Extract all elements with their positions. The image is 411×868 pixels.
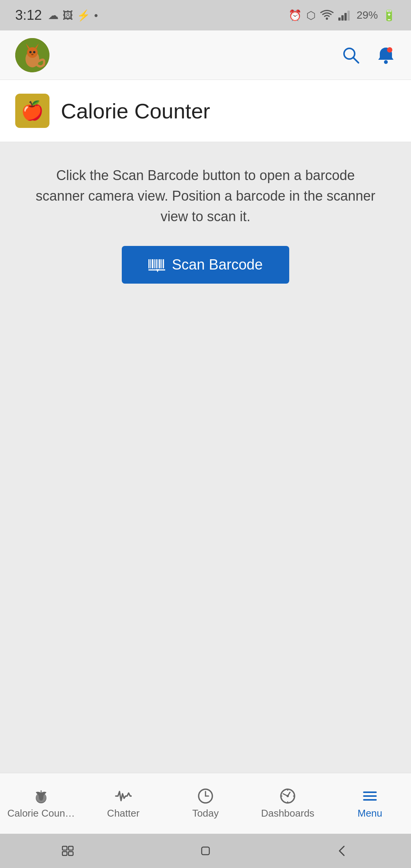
svg-rect-45	[68, 852, 73, 855]
system-nav	[0, 834, 411, 868]
nav-menu-icon	[362, 788, 378, 804]
barcode-icon	[148, 258, 165, 272]
svg-point-0	[326, 18, 328, 20]
svg-rect-17	[148, 259, 150, 268]
nav-item-calorie-counter[interactable]: Calorie Coun…	[0, 773, 82, 834]
svg-rect-3	[344, 13, 347, 21]
battery-icon: 🔋	[382, 9, 396, 22]
svg-rect-19	[152, 259, 153, 268]
signal-icon	[338, 10, 352, 21]
status-time: 3:12	[15, 7, 42, 23]
nav-item-today[interactable]: Today	[164, 773, 247, 834]
svg-point-7	[27, 47, 38, 58]
svg-rect-4	[347, 11, 350, 21]
search-button[interactable]	[341, 45, 361, 65]
svg-rect-46	[202, 847, 209, 855]
dot-icon: ●	[94, 11, 98, 19]
scan-barcode-label: Scan Barcode	[172, 257, 263, 273]
image-icon: 🖼	[62, 9, 73, 22]
wifi-icon	[320, 10, 334, 21]
description-text: Click the Scan Barcode button to open a …	[34, 165, 377, 227]
cloud-icon: ☁	[48, 9, 59, 22]
status-icons-right: ⏰ ⬡ 29% 🔋	[288, 9, 396, 22]
nav-item-dashboards[interactable]: Dashboards	[247, 773, 329, 834]
svg-point-34	[287, 795, 289, 797]
svg-rect-18	[150, 259, 151, 268]
back-button[interactable]	[320, 839, 365, 862]
nav-item-menu[interactable]: Menu	[329, 773, 411, 834]
nav-label-chatter: Chatter	[107, 807, 139, 819]
notifications-button[interactable]	[376, 45, 396, 65]
main-content: Click the Scan Barcode button to open a …	[0, 142, 411, 773]
nav-apple-icon	[33, 788, 49, 804]
status-icons-left: ☁ 🖼 ⚡ ●	[48, 9, 98, 22]
svg-rect-23	[159, 259, 161, 268]
nav-chatter-icon	[115, 788, 132, 804]
svg-rect-2	[341, 15, 344, 21]
app-icon: 🍎	[15, 94, 49, 128]
nav-label-calorie-counter: Calorie Coun…	[7, 807, 75, 819]
bluetooth-icon: ⬡	[306, 9, 315, 22]
svg-point-11	[33, 51, 35, 53]
svg-point-12	[31, 54, 33, 55]
svg-rect-22	[158, 259, 158, 268]
svg-rect-21	[156, 259, 157, 268]
status-bar: 3:12 ☁ 🖼 ⚡ ● ⏰ ⬡	[0, 0, 411, 30]
svg-rect-43	[62, 852, 67, 855]
svg-rect-25	[163, 259, 164, 268]
nav-dashboards-icon	[279, 788, 296, 804]
svg-point-15	[384, 60, 388, 64]
alarm-icon: ⏰	[288, 9, 302, 22]
page-title-area: 🍎 Calorie Counter	[0, 80, 411, 142]
status-left: 3:12 ☁ 🖼 ⚡ ●	[15, 7, 98, 23]
home-button[interactable]	[183, 839, 228, 862]
nav-label-today: Today	[192, 807, 218, 819]
nav-item-chatter[interactable]: Chatter	[82, 773, 164, 834]
avatar[interactable]	[15, 38, 49, 72]
page-title: Calorie Counter	[61, 99, 210, 123]
nav-label-dashboards: Dashboards	[261, 807, 314, 819]
svg-rect-1	[338, 18, 341, 21]
battery-text: 29%	[357, 9, 378, 21]
nav-today-icon	[197, 788, 214, 804]
svg-line-14	[353, 57, 358, 63]
nav-label-menu: Menu	[357, 807, 382, 819]
svg-point-16	[387, 47, 392, 53]
svg-rect-42	[62, 846, 67, 850]
apple-icon: 🍎	[21, 100, 44, 121]
recent-apps-button[interactable]	[46, 839, 91, 862]
scan-barcode-button[interactable]: Scan Barcode	[122, 246, 290, 284]
svg-rect-20	[154, 259, 155, 268]
svg-point-10	[29, 51, 32, 53]
bottom-nav: Calorie Coun… Chatter Today	[0, 773, 411, 834]
svg-rect-44	[68, 846, 73, 850]
header-actions	[341, 45, 396, 65]
svg-rect-24	[161, 259, 162, 268]
app-header	[0, 30, 411, 80]
nav-icon: ⚡	[77, 9, 90, 22]
